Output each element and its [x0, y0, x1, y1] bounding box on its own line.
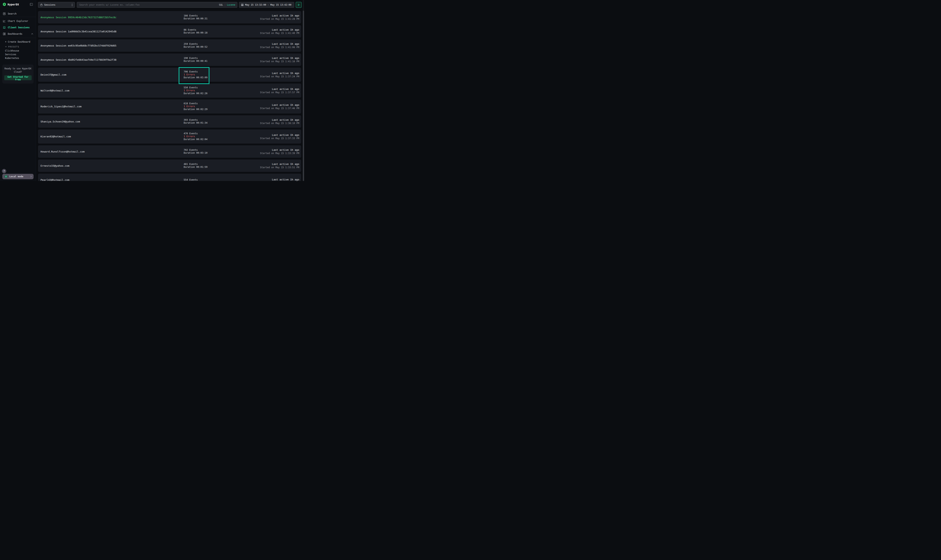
get-started-button[interactable]: Get Started for Free [4, 75, 32, 80]
sidebar-item-client-sessions[interactable]: Client Sessions [0, 24, 36, 31]
lucene-toggle[interactable]: Lucene [227, 3, 235, 6]
session-row[interactable]: Anonymous Session 1ad066d3c3b41cea381127… [38, 25, 301, 38]
session-stats: 190 Events Duration 00:00:41 [184, 57, 234, 63]
hyperdx-logo-icon [3, 3, 6, 6]
scrollbar-thumb[interactable] [303, 11, 304, 181]
presets-toggle[interactable]: PRESETS [0, 45, 36, 49]
run-query-button[interactable] [296, 2, 302, 8]
session-meta: Last active 1h ago [234, 178, 299, 181]
session-duration: Duration 00:03:09 [184, 76, 234, 79]
sidebar-item-chart-explorer[interactable]: Chart Explorer [0, 18, 36, 24]
session-duration: Duration 00:00:41 [184, 60, 234, 63]
session-started: Started on May 15 1:37:57 PM [234, 91, 299, 94]
session-errors: 1 Errors [184, 73, 234, 76]
session-name: Deion37@gmail.com [40, 73, 184, 76]
session-last-active: Last active 1h ago [234, 178, 299, 181]
session-events: 554 Events [184, 178, 234, 181]
session-started: Started on May 15 1:33:39 PM [234, 152, 299, 155]
session-stats: 259 Events Duration 00:00:52 [184, 43, 234, 48]
laptop-icon [3, 26, 6, 29]
session-row[interactable]: Anonymous Session ee03c95e0b68cffd92bc57… [38, 39, 301, 52]
session-row[interactable]: Roderick_Sipes1@hotmail.com 618 Events 1… [38, 99, 301, 114]
source-select[interactable]: Sessions [38, 2, 75, 8]
session-events: 481 Events [184, 163, 234, 166]
chevron-up-icon[interactable] [31, 33, 33, 34]
search-log-icon [3, 12, 6, 15]
session-meta: Last active 1h ago Started on May 15 1:4… [234, 57, 299, 63]
sql-toggle[interactable]: SQL [219, 3, 223, 6]
user-avatar: U [4, 175, 8, 178]
session-last-active: Last active 1h ago [234, 118, 299, 121]
session-started: Started on May 15 1:38:10 PM [234, 122, 299, 125]
search-input[interactable] [79, 3, 218, 6]
session-events: 86 Events [184, 28, 234, 31]
session-events: 393 Events [184, 118, 234, 122]
session-list: Anonymous Session 9959c464b13dc7637327d8… [38, 11, 301, 181]
session-events: 706 Events [184, 70, 234, 73]
session-last-active: Last active 1h ago [234, 88, 299, 91]
preset-item-services[interactable]: Services [0, 52, 36, 56]
sidebar-item-dashboards[interactable]: Dashboards [0, 31, 36, 37]
session-stats: 470 Events 1 Errors Duration 00:02:04 [184, 132, 234, 141]
scrollbar [303, 0, 304, 181]
session-last-active: Last active 1h ago [234, 103, 299, 106]
session-errors: 1 Errors [184, 135, 234, 138]
session-duration: Duration 00:02:04 [184, 138, 234, 141]
create-dashboard-button[interactable]: + Create Dashboard [0, 39, 36, 45]
database-icon [40, 4, 43, 6]
sidebar: HyperDX Search Chart Explorer [0, 0, 36, 181]
session-row[interactable]: Shaniya.Schoen20@yahoo.com 393 Events Du… [38, 115, 301, 128]
collapse-panel-icon [30, 3, 33, 6]
session-meta: Last active 1h ago Started on May 15 1:3… [234, 118, 299, 125]
local-mode-pill[interactable]: U Local mode [2, 174, 34, 179]
chart-icon [3, 20, 6, 23]
session-last-active: Last active 1h ago [234, 163, 299, 166]
session-events: 702 Events [184, 149, 234, 152]
session-stats: 481 Events Duration 00:01:59 [184, 163, 234, 169]
session-started: Started on May 15 1:37:46 PM [234, 107, 299, 110]
session-row[interactable]: Pearl43@hotmail.com 554 Events Last acti… [38, 174, 301, 181]
session-meta: Last active 1h ago Started on May 15 1:4… [234, 14, 299, 20]
select-updown-icon [71, 4, 73, 6]
session-row[interactable]: Anonymous Session 4bd02fe6643aaf44e711f6… [38, 54, 301, 66]
session-duration: Duration 00:00:52 [184, 46, 234, 48]
session-duration: Duration 00:01:34 [184, 122, 234, 125]
session-last-active: Last active 1h ago [234, 148, 299, 151]
search-bar[interactable]: SQL | Lucene [77, 2, 238, 8]
session-stats: 86 Events Duration 00:00:18 [184, 28, 234, 34]
session-duration: Duration 00:02:26 [184, 92, 234, 95]
session-row[interactable]: Anonymous Session 9959c464b13dc7637327d8… [38, 11, 301, 23]
session-row[interactable]: Kieran92@hotmail.com 470 Events 1 Errors… [38, 129, 301, 143]
session-events: 618 Events [184, 102, 234, 105]
collapse-sidebar-button[interactable] [29, 3, 33, 6]
preset-item-kubernetes[interactable]: Kubernetes [0, 56, 36, 60]
session-row[interactable]: Deion37@gmail.com 706 Events 1 Errors Du… [38, 68, 301, 82]
session-events: 190 Events [184, 57, 234, 60]
session-meta: Last active 1h ago Started on May 15 1:4… [234, 42, 299, 49]
session-row[interactable]: Ernesto33@yahoo.com 481 Events Duration … [38, 160, 301, 172]
session-duration: Duration 00:01:59 [184, 166, 234, 169]
session-row[interactable]: Howard.Runolfsson@hotmail.com 702 Events… [38, 145, 301, 158]
cloud-card-text: Ready to use HyperDX Cloud? [4, 67, 32, 74]
session-meta: Last active 1h ago Started on May 15 1:3… [234, 103, 299, 110]
preset-item-clickhouse[interactable]: Clickhouse [0, 49, 36, 52]
help-button[interactable]: ? [2, 169, 6, 173]
session-events: 470 Events [184, 132, 234, 135]
session-name: Howard.Runolfsson@hotmail.com [40, 150, 184, 153]
session-stats: 618 Events 1 Errors Duration 00:02:29 [184, 102, 234, 111]
dashboard-grid-icon [3, 32, 6, 35]
session-last-active: Last active 1h ago [234, 72, 299, 75]
session-stats: 550 Events 1 Errors Duration 00:02:26 [184, 86, 234, 95]
date-range-picker[interactable]: May 15 13:32:00 - May 15 13:42:00 [239, 2, 294, 8]
play-icon [298, 3, 300, 6]
session-started: Started on May 15 1:37:33 PM [234, 137, 299, 140]
date-range-value: May 15 13:32:00 - May 15 13:42:00 [245, 3, 291, 6]
query-language-toggle: SQL | Lucene [219, 3, 235, 6]
session-name: Ernesto33@yahoo.com [40, 164, 184, 167]
session-last-active: Last active 1h ago [234, 42, 299, 45]
calendar-icon [241, 3, 244, 6]
sidebar-item-search[interactable]: Search [0, 11, 36, 17]
session-duration: Duration 00:00:18 [184, 31, 234, 34]
session-errors: 1 Errors [184, 105, 234, 108]
session-row[interactable]: Walton9@hotmail.com 550 Events 1 Errors … [38, 83, 301, 98]
